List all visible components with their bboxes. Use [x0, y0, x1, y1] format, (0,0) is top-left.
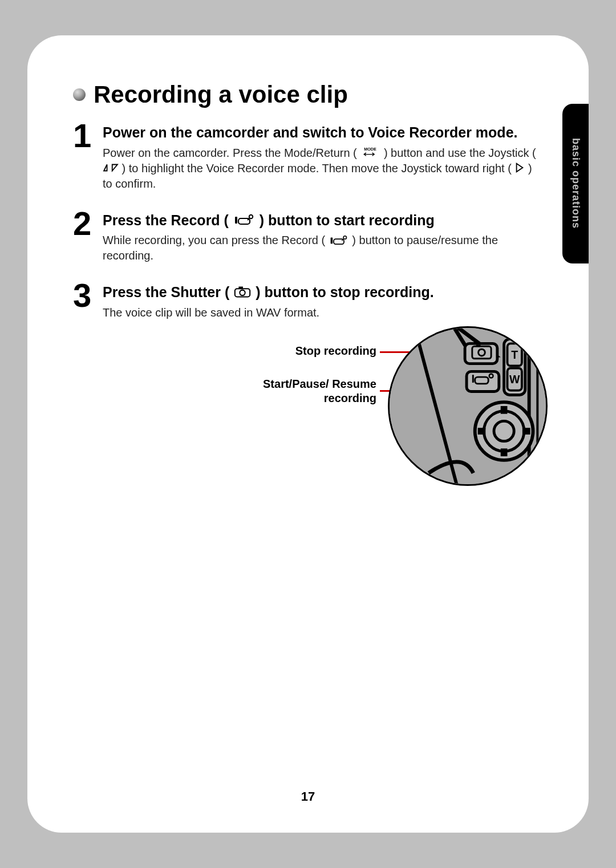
label-stop-recording: Stop recording [228, 344, 376, 358]
shutter-icon [233, 284, 252, 299]
device-illustration: T W [388, 326, 548, 486]
svg-rect-29 [501, 406, 508, 414]
manual-page: basic operations Recording a voice clip … [27, 35, 589, 833]
svg-rect-31 [478, 428, 486, 435]
joystick-graphic [475, 402, 533, 460]
page-title: Recording a voice clip [94, 81, 348, 108]
svg-rect-32 [522, 428, 530, 435]
mode-return-icon: MODE [360, 146, 380, 159]
step-body: Press the Record ( ) button to start rec… [103, 209, 537, 264]
title-row: Recording a voice clip [73, 81, 537, 108]
right-triangle-icon [514, 161, 525, 174]
up-down-triangle-icon [103, 161, 119, 174]
svg-rect-1 [235, 217, 237, 224]
page-number: 17 [27, 789, 589, 804]
text-part: While recording, you can press the Recor… [103, 234, 325, 246]
svg-rect-18 [472, 375, 474, 383]
svg-point-11 [240, 290, 245, 295]
step-heading: Press the Shutter ( ) button to stop rec… [103, 283, 537, 302]
label-start-pause-resume: Start/Pause/ Resume recording [228, 377, 376, 405]
section-tab-label: basic operations [570, 138, 582, 229]
svg-rect-17 [467, 371, 499, 391]
record-button-graphic [467, 371, 499, 391]
diagram-labels: Stop recording Start/Pause/ Resume recor… [228, 344, 376, 405]
record-icon [233, 212, 256, 227]
step-text: While recording, you can press the Recor… [103, 233, 537, 263]
shutter-button-graphic [465, 343, 497, 363]
step-body: Power on the camcorder and switch to Voi… [103, 121, 537, 192]
head-part: ) button to start recording [260, 212, 435, 228]
svg-point-7 [343, 236, 346, 239]
svg-text:T: T [511, 348, 518, 360]
head-part: Press the Record ( [103, 212, 229, 228]
step-2: 2 Press the Record ( ) button to start r… [73, 209, 537, 264]
zoom-rocker-graphic: T W [504, 339, 525, 395]
record-icon [329, 234, 349, 246]
page-content: Recording a voice clip 1 Power on the ca… [27, 35, 589, 509]
device-diagram: Stop recording Start/Pause/ Resume recor… [103, 338, 537, 509]
step-number: 1 [73, 121, 103, 151]
text-part: Power on the camcorder. Press the Mode/R… [103, 147, 357, 159]
step-heading: Press the Record ( ) button to start rec… [103, 211, 537, 230]
step-body: Press the Shutter ( ) button to stop rec… [103, 281, 537, 321]
step-text: The voice clip will be saved in WAV form… [103, 305, 537, 321]
svg-text:MODE: MODE [364, 147, 377, 152]
text-part: ) button and use the Joystick ( [384, 147, 536, 159]
svg-rect-10 [239, 287, 244, 289]
svg-rect-5 [330, 237, 333, 244]
svg-text:W: W [509, 372, 520, 385]
step-number: 2 [73, 209, 103, 238]
head-part: ) button to stop recording. [256, 284, 433, 300]
step-number: 3 [73, 281, 103, 310]
text-part: ) to highlight the Voice Recorder mode. … [122, 162, 512, 175]
bullet-icon [73, 88, 86, 101]
head-part: Press the Shutter ( [103, 284, 229, 300]
step-text: Power on the camcorder. Press the Mode/R… [103, 145, 537, 192]
step-heading: Power on the camcorder and switch to Voi… [103, 123, 537, 142]
step-1: 1 Power on the camcorder and switch to V… [73, 121, 537, 192]
device-svg: T W [390, 328, 546, 484]
step-3: 3 Press the Shutter ( ) button to stop r… [73, 281, 537, 321]
svg-rect-15 [476, 344, 481, 347]
svg-rect-30 [501, 448, 508, 456]
svg-point-3 [249, 215, 253, 218]
section-tab: basic operations [562, 104, 589, 263]
